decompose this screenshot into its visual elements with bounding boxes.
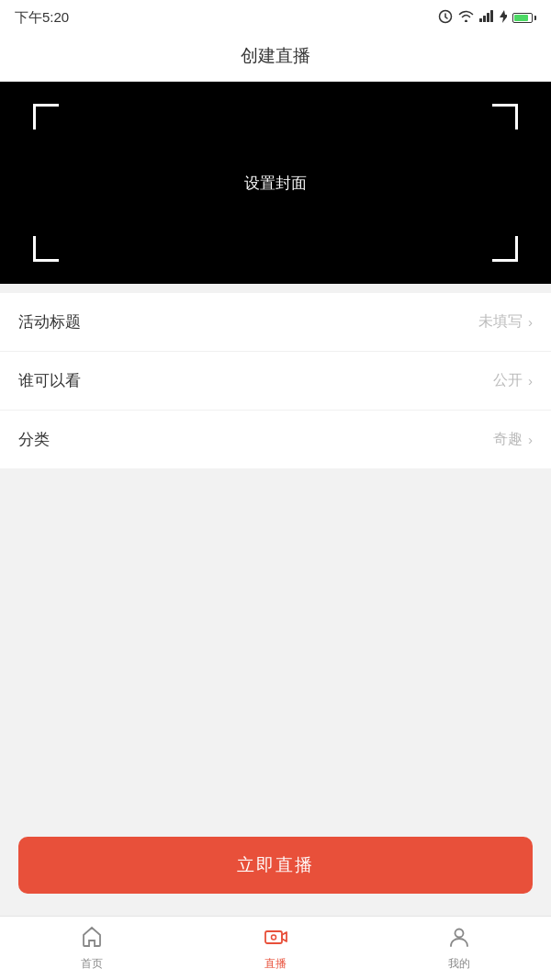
tab-home[interactable]: 首页 [0, 918, 184, 972]
corner-tr [492, 104, 518, 130]
chevron-icon-2: › [528, 432, 533, 447]
battery-icon [512, 13, 536, 23]
svg-rect-2 [483, 16, 486, 22]
tab-label-home: 首页 [81, 956, 103, 972]
live-button-container: 立即直播 [0, 818, 551, 916]
page-title: 创建直播 [241, 46, 310, 65]
svg-rect-1 [479, 18, 482, 22]
form-row-value-0: 未填写 [478, 312, 523, 332]
form-section: 活动标题 未填写 › 谁可以看 公开 › 分类 奇趣 › [0, 293, 551, 468]
svg-rect-3 [487, 13, 489, 22]
form-row-label-1: 谁可以看 [18, 370, 81, 391]
form-row-category[interactable]: 分类 奇趣 › [0, 411, 551, 468]
svg-point-6 [272, 935, 276, 940]
tab-label-live: 直播 [264, 956, 287, 972]
form-row-value-1: 公开 [493, 371, 523, 390]
status-icons [438, 9, 536, 27]
profile-icon [447, 925, 471, 952]
wifi-icon [458, 10, 474, 25]
chevron-icon-1: › [528, 373, 533, 389]
form-row-activity-title[interactable]: 活动标题 未填写 › [0, 293, 551, 352]
chevron-icon-0: › [528, 314, 533, 330]
corner-bl [33, 236, 59, 262]
form-row-visibility[interactable]: 谁可以看 公开 › [0, 352, 551, 411]
form-row-right-0: 未填写 › [478, 312, 533, 332]
tab-bar: 首页 直播 我的 [0, 916, 551, 980]
svg-rect-4 [490, 10, 493, 22]
home-icon [80, 925, 104, 952]
status-time: 下午5:20 [15, 9, 69, 27]
clock-icon [438, 9, 453, 27]
form-row-label-0: 活动标题 [18, 311, 81, 332]
live-button[interactable]: 立即直播 [18, 837, 533, 894]
corner-tl [33, 104, 59, 130]
form-row-right-2: 奇趣 › [493, 430, 533, 449]
form-row-label-2: 分类 [18, 429, 50, 450]
content-spacer [0, 468, 551, 818]
corner-br [492, 236, 518, 262]
form-row-value-2: 奇趣 [493, 430, 523, 449]
tab-profile[interactable]: 我的 [367, 918, 551, 972]
tab-label-profile: 我的 [448, 956, 470, 972]
svg-point-7 [455, 929, 464, 938]
page-header: 创建直播 [0, 33, 551, 82]
form-row-right-1: 公开 › [493, 371, 533, 390]
status-bar: 下午5:20 [0, 0, 551, 33]
cover-text: 设置封面 [244, 173, 307, 194]
cover-area[interactable]: 设置封面 [0, 82, 551, 284]
svg-rect-5 [265, 931, 282, 943]
camera-icon [264, 925, 287, 952]
signal-icon [479, 10, 494, 25]
charging-icon [500, 10, 507, 26]
tab-live[interactable]: 直播 [184, 918, 367, 972]
